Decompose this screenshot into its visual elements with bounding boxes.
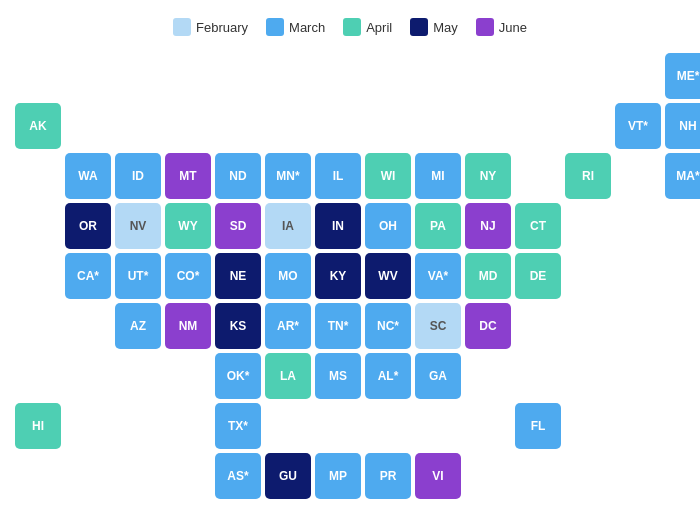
state-nv[interactable]: NV (115, 203, 161, 249)
state-or[interactable]: OR (65, 203, 111, 249)
legend: FebruaryMarchAprilMayJune (10, 18, 690, 36)
state-ri[interactable]: RI (565, 153, 611, 199)
state-nj[interactable]: NJ (465, 203, 511, 249)
state-ks[interactable]: KS (215, 303, 261, 349)
state-in[interactable]: IN (315, 203, 361, 249)
state-wa[interactable]: WA (65, 153, 111, 199)
state-ma[interactable]: MA* (665, 153, 700, 199)
state-ne[interactable]: NE (215, 253, 261, 299)
state-sc[interactable]: SC (415, 303, 461, 349)
state-al[interactable]: AL* (365, 353, 411, 399)
state-vi[interactable]: VI (415, 453, 461, 499)
state-sd[interactable]: SD (215, 203, 261, 249)
state-nm[interactable]: NM (165, 303, 211, 349)
state-ct[interactable]: CT (515, 203, 561, 249)
state-ia[interactable]: IA (265, 203, 311, 249)
state-wy[interactable]: WY (165, 203, 211, 249)
state-ky[interactable]: KY (315, 253, 361, 299)
state-ga[interactable]: GA (415, 353, 461, 399)
state-me[interactable]: ME* (665, 53, 700, 99)
state-wv[interactable]: WV (365, 253, 411, 299)
state-co[interactable]: CO* (165, 253, 211, 299)
state-pa[interactable]: PA (415, 203, 461, 249)
state-ms[interactable]: MS (315, 353, 361, 399)
state-az[interactable]: AZ (115, 303, 161, 349)
state-mi[interactable]: MI (415, 153, 461, 199)
state-tn[interactable]: TN* (315, 303, 361, 349)
state-nd[interactable]: ND (215, 153, 261, 199)
map-container: ME*AKVT*NHWAIDMTNDMN*ILWIMINYRIMA*ORNVWY… (10, 48, 690, 478)
state-oh[interactable]: OH (365, 203, 411, 249)
state-wi[interactable]: WI (365, 153, 411, 199)
state-ca[interactable]: CA* (65, 253, 111, 299)
state-la[interactable]: LA (265, 353, 311, 399)
legend-item-march: March (266, 18, 325, 36)
state-ut[interactable]: UT* (115, 253, 161, 299)
legend-item-february: February (173, 18, 248, 36)
state-ny[interactable]: NY (465, 153, 511, 199)
state-id[interactable]: ID (115, 153, 161, 199)
state-mo[interactable]: MO (265, 253, 311, 299)
state-dc[interactable]: DC (465, 303, 511, 349)
state-as[interactable]: AS* (215, 453, 261, 499)
legend-item-april: April (343, 18, 392, 36)
state-gu[interactable]: GU (265, 453, 311, 499)
state-ar[interactable]: AR* (265, 303, 311, 349)
state-va[interactable]: VA* (415, 253, 461, 299)
state-ak[interactable]: AK (15, 103, 61, 149)
state-tx[interactable]: TX* (215, 403, 261, 449)
state-nh[interactable]: NH (665, 103, 700, 149)
state-nc[interactable]: NC* (365, 303, 411, 349)
state-il[interactable]: IL (315, 153, 361, 199)
state-de[interactable]: DE (515, 253, 561, 299)
legend-item-june: June (476, 18, 527, 36)
state-pr[interactable]: PR (365, 453, 411, 499)
state-mt[interactable]: MT (165, 153, 211, 199)
state-md[interactable]: MD (465, 253, 511, 299)
state-hi[interactable]: HI (15, 403, 61, 449)
legend-item-may: May (410, 18, 458, 36)
state-mn[interactable]: MN* (265, 153, 311, 199)
state-fl[interactable]: FL (515, 403, 561, 449)
state-mp[interactable]: MP (315, 453, 361, 499)
state-vt[interactable]: VT* (615, 103, 661, 149)
state-ok[interactable]: OK* (215, 353, 261, 399)
